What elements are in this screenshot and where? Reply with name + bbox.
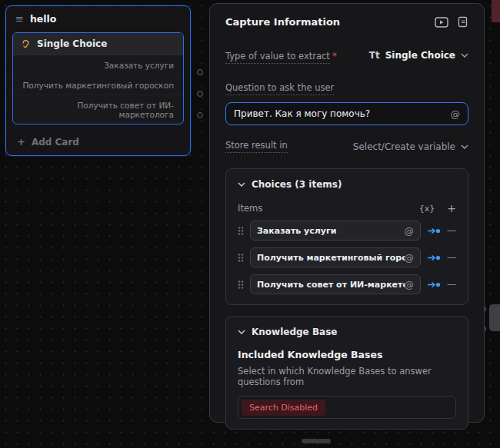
node-choice-2: Получить маркетинговый гороскоп bbox=[13, 75, 183, 95]
choice-input-wrapper: @ bbox=[250, 247, 421, 267]
remove-item-icon[interactable]: — bbox=[447, 279, 456, 290]
drag-handle-icon[interactable] bbox=[238, 226, 244, 236]
node-header: ≡ hello bbox=[6, 6, 190, 32]
offscreen-gray-node[interactable] bbox=[489, 304, 500, 331]
choices-section: Choices (3 items) Items {x} + @ bbox=[225, 168, 468, 305]
transition-arrow-icon[interactable] bbox=[427, 254, 441, 262]
question-input[interactable] bbox=[234, 108, 451, 119]
variables-icon[interactable]: {x} bbox=[419, 204, 435, 214]
plus-icon: + bbox=[17, 136, 25, 148]
menu-icon[interactable]: ≡ bbox=[15, 14, 24, 24]
question-field-label: Question to ask the user bbox=[225, 82, 334, 95]
choice-item-row: @ — bbox=[238, 274, 456, 294]
choice-input-2[interactable] bbox=[257, 253, 405, 263]
remove-item-icon[interactable]: — bbox=[447, 225, 456, 236]
kb-included-heading: Included Knowledge Bases bbox=[238, 349, 456, 360]
chevron-down-icon bbox=[238, 330, 245, 334]
node-title: hello bbox=[30, 13, 57, 25]
node-choice-3: Получить совет от ИИ-маркетолога bbox=[13, 95, 183, 124]
choice-input-1[interactable] bbox=[257, 226, 405, 236]
drag-handle-icon[interactable] bbox=[238, 253, 244, 263]
node-choice-1: Заказать услуги bbox=[13, 55, 183, 75]
required-asterisk: * bbox=[332, 51, 337, 61]
question-input-wrapper: @ bbox=[225, 102, 468, 125]
documentation-icon[interactable] bbox=[458, 16, 468, 28]
choice-input-wrapper: @ bbox=[250, 274, 421, 294]
items-label: Items bbox=[238, 203, 262, 214]
mention-icon[interactable]: @ bbox=[451, 108, 461, 120]
type-dropdown-value: Single Choice bbox=[385, 50, 455, 61]
knowledge-base-section-title: Knowledge Base bbox=[252, 327, 337, 337]
items-header-row: Items {x} + bbox=[238, 203, 456, 214]
panel-title: Capture Information bbox=[225, 16, 340, 28]
kb-selector[interactable]: Search Disabled bbox=[238, 396, 456, 419]
panel-header: Capture Information bbox=[225, 16, 468, 28]
add-item-icon[interactable]: + bbox=[447, 203, 456, 214]
single-choice-card[interactable]: Single Choice Заказать услуги Получить м… bbox=[12, 32, 184, 124]
transition-arrow-icon[interactable] bbox=[427, 280, 441, 289]
choice-input-3[interactable] bbox=[257, 280, 405, 290]
text-type-icon: Tt bbox=[369, 50, 380, 61]
chevron-down-icon bbox=[461, 144, 468, 149]
choice-3-output-port[interactable] bbox=[197, 112, 203, 118]
add-card-label: Add Card bbox=[32, 137, 79, 148]
knowledge-base-section-header[interactable]: Knowledge Base bbox=[238, 327, 456, 337]
mention-icon[interactable]: @ bbox=[405, 225, 415, 237]
offscreen-red-node[interactable] bbox=[492, 0, 500, 22]
choice-item-row: @ — bbox=[238, 247, 456, 267]
choice-input-wrapper: @ bbox=[250, 221, 421, 241]
mention-icon[interactable]: @ bbox=[405, 279, 415, 290]
capture-ear-icon bbox=[21, 39, 31, 49]
drag-handle-icon[interactable] bbox=[238, 280, 244, 290]
store-field-row: Store result in Select/Create variable bbox=[225, 140, 468, 153]
inspector-panel: Capture Information Type of value to ext… bbox=[209, 3, 485, 423]
flow-node-hello[interactable]: ≡ hello Single Choice Заказать услуги По… bbox=[5, 5, 191, 156]
type-field-row: Type of value to extract* Tt Single Choi… bbox=[225, 48, 468, 62]
choice-1-output-port[interactable] bbox=[197, 69, 203, 75]
mention-icon[interactable]: @ bbox=[405, 252, 415, 264]
variable-dropdown-value: Select/Create variable bbox=[353, 141, 455, 152]
choices-section-title: Choices (3 items) bbox=[252, 179, 342, 190]
remove-item-icon[interactable]: — bbox=[447, 252, 456, 263]
question-label-row: Question to ask the user bbox=[225, 79, 468, 94]
flow-canvas[interactable]: ≡ hello Single Choice Заказать услуги По… bbox=[0, 0, 500, 448]
chevron-down-icon bbox=[461, 53, 468, 58]
kb-description: Select in which Knowledge Bases to answe… bbox=[238, 366, 456, 387]
transition-arrow-icon[interactable] bbox=[427, 227, 441, 235]
search-disabled-badge[interactable]: Search Disabled bbox=[242, 400, 325, 416]
add-card-button[interactable]: + Add Card bbox=[6, 129, 190, 155]
horizontal-scrollbar[interactable] bbox=[302, 439, 331, 443]
single-choice-header[interactable]: Single Choice bbox=[13, 33, 183, 55]
type-dropdown[interactable]: Tt Single Choice bbox=[369, 50, 468, 61]
single-choice-label: Single Choice bbox=[37, 38, 107, 49]
chevron-down-icon bbox=[238, 182, 245, 187]
choices-section-header[interactable]: Choices (3 items) bbox=[238, 179, 456, 190]
choice-item-row: @ — bbox=[238, 221, 456, 241]
video-tutorial-icon[interactable] bbox=[435, 17, 448, 28]
type-field-label: Type of value to extract bbox=[225, 51, 330, 64]
variable-dropdown[interactable]: Select/Create variable bbox=[353, 141, 468, 152]
knowledge-base-section: Knowledge Base Included Knowledge Bases … bbox=[225, 316, 468, 430]
choice-2-output-port[interactable] bbox=[197, 91, 203, 97]
store-field-label: Store result in bbox=[225, 140, 288, 153]
